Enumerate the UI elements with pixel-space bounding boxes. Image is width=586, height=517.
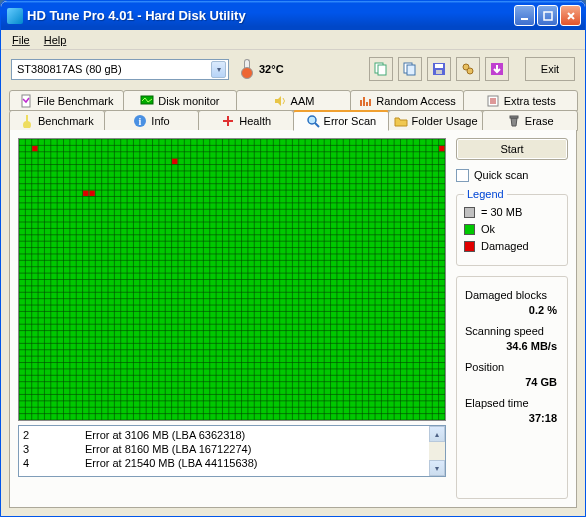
menubar: File Help [1,30,585,50]
position-value: 74 GB [465,376,557,388]
svg-point-10 [467,68,473,74]
square-red-icon [464,241,475,252]
error-number: 3 [23,442,85,456]
minimize-tray-button[interactable] [485,57,509,81]
error-number: 4 [23,456,85,470]
tab-benchmark[interactable]: Benchmark [9,110,105,131]
temperature-value: 32°C [259,63,284,75]
save-button[interactable] [427,57,451,81]
legend-ok: Ok [464,223,560,235]
svg-rect-3 [378,65,386,75]
legend-damaged: Damaged [464,240,560,252]
drive-select-value: ST380817AS (80 gB) [17,63,211,75]
svg-rect-15 [363,97,365,106]
tab-extra-tests[interactable]: Extra tests [463,90,578,111]
svg-rect-141 [439,146,444,151]
svg-rect-0 [521,18,528,20]
folder-icon [394,114,408,128]
svg-rect-140 [32,146,37,151]
svg-point-19 [23,121,31,128]
minimize-button[interactable] [514,5,535,26]
copy-screenshot-button[interactable] [398,57,422,81]
square-green-icon [464,224,475,235]
extra-tests-icon [486,94,500,108]
svg-rect-142 [172,159,177,164]
chevron-down-icon[interactable]: ▾ [211,61,226,78]
tab-row-top: File Benchmark Disk monitor AAM Random A… [9,90,577,111]
svg-point-23 [308,116,316,124]
trash-icon [507,114,521,128]
tab-aam[interactable]: AAM [236,90,351,111]
tab-disk-monitor[interactable]: Disk monitor [123,90,238,111]
quick-scan-checkbox[interactable]: Quick scan [456,166,568,184]
damaged-blocks-label: Damaged blocks [465,289,559,301]
error-row[interactable]: 4Error at 21540 MB (LBA 44115638) [23,456,425,470]
scroll-up-icon[interactable]: ▴ [429,426,445,442]
monitor-icon [140,94,154,108]
elapsed-time-value: 37:18 [465,412,557,424]
svg-rect-1 [544,12,552,20]
svg-rect-14 [360,100,362,106]
scan-block-map [18,138,446,421]
scroll-down-icon[interactable]: ▾ [429,460,445,476]
exit-button[interactable]: Exit [525,57,575,81]
error-row[interactable]: 3Error at 8160 MB (LBA 16712274) [23,442,425,456]
tab-error-scan[interactable]: Error Scan [293,110,389,131]
square-gray-icon [464,207,475,218]
legend-panel: Legend = 30 MB Ok Damaged [456,194,568,266]
svg-rect-17 [369,99,371,106]
close-button[interactable] [560,5,581,26]
start-button[interactable]: Start [456,138,568,160]
tab-content: 2Error at 3106 MB (LBA 6362318)3Error at… [9,130,577,508]
elapsed-time-label: Elapsed time [465,397,559,409]
thermometer-icon [239,59,253,79]
scanning-speed-label: Scanning speed [465,325,559,337]
tab-file-benchmark[interactable]: File Benchmark [9,90,124,111]
error-list[interactable]: 2Error at 3106 MB (LBA 6362318)3Error at… [18,425,446,477]
app-window: HD Tune Pro 4.01 - Hard Disk Utility Fil… [0,0,586,517]
drive-select[interactable]: ST380817AS (80 gB) ▾ [11,59,229,80]
stats-panel: Damaged blocks 0.2 % Scanning speed 34.6… [456,276,568,499]
titlebar[interactable]: HD Tune Pro 4.01 - Hard Disk Utility [1,1,585,30]
app-icon [7,8,23,24]
copy-info-button[interactable] [369,57,393,81]
svg-rect-7 [435,64,443,68]
speaker-icon [273,94,287,108]
health-icon [221,114,235,128]
info-icon: i [133,114,147,128]
error-number: 2 [23,428,85,442]
scanning-speed-value: 34.6 MB/s [465,340,557,352]
benchmark-icon [20,114,34,128]
position-label: Position [465,361,559,373]
toolbar: ST380817AS (80 gB) ▾ 32°C Exit [1,50,585,88]
error-message: Error at 21540 MB (LBA 44115638) [85,456,257,470]
svg-rect-16 [366,102,368,106]
menu-help[interactable]: Help [37,32,74,48]
tab-health[interactable]: Health [198,110,294,131]
svg-rect-143 [83,191,88,196]
legend-block-size: = 30 MB [464,206,560,218]
options-button[interactable] [456,57,480,81]
magnifier-icon [306,114,320,128]
tab-random-access[interactable]: Random Access [350,90,465,111]
tab-folder-usage[interactable]: Folder Usage [388,110,484,131]
svg-line-24 [315,123,319,127]
svg-rect-5 [407,65,415,75]
error-message: Error at 8160 MB (LBA 16712274) [85,442,251,456]
checkbox-icon[interactable] [456,169,469,182]
tab-erase[interactable]: Erase [482,110,578,131]
legend-title: Legend [464,188,507,200]
window-title: HD Tune Pro 4.01 - Hard Disk Utility [27,8,514,23]
svg-rect-25 [510,116,518,118]
error-row[interactable]: 2Error at 3106 MB (LBA 6362318) [23,428,425,442]
tabs-area: File Benchmark Disk monitor AAM Random A… [1,88,585,516]
tab-info[interactable]: iInfo [104,110,200,131]
menu-file[interactable]: File [5,32,37,48]
tab-row-bottom: Benchmark iInfo Health Error Scan Folder… [9,110,577,131]
maximize-button[interactable] [537,5,558,26]
svg-rect-20 [26,115,28,122]
scrollbar[interactable]: ▴ ▾ [429,426,445,476]
random-access-icon [358,94,372,108]
svg-text:i: i [139,116,142,127]
svg-rect-8 [436,70,442,74]
